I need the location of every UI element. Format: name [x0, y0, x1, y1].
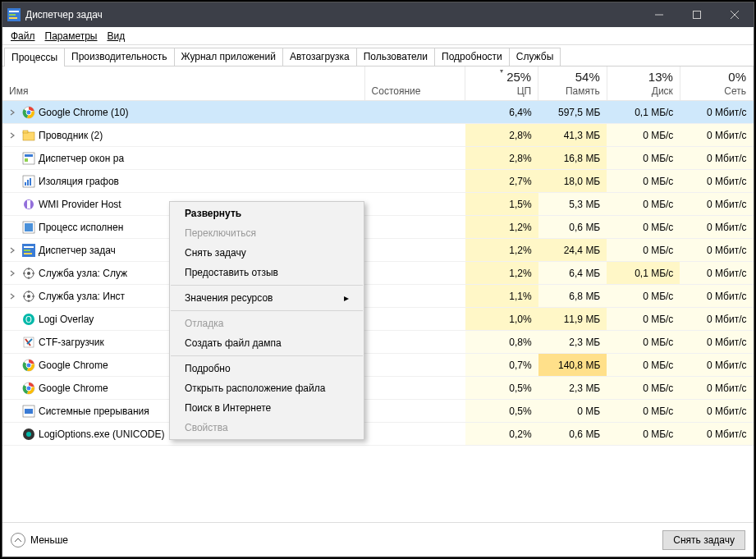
maximize-button[interactable] — [678, 2, 716, 27]
minimize-button[interactable] — [640, 2, 678, 27]
col-header-disk[interactable]: 13%Диск — [607, 66, 680, 101]
process-name: Logi Overlay — [39, 314, 94, 325]
tab-2[interactable]: Журнал приложений — [174, 48, 283, 66]
svg-rect-17 — [25, 182, 26, 186]
col-header-state[interactable]: Состояние — [364, 66, 465, 101]
process-memory: 2,3 МБ — [538, 331, 607, 354]
process-state — [364, 124, 465, 147]
process-row[interactable]: Диспетчер задач1,2%24,4 МБ0 МБ/с0 Мбит/с — [2, 239, 754, 262]
process-row[interactable]: Google Chrome0,5%2,3 МБ0 МБ/с0 Мбит/с — [2, 377, 754, 400]
process-name: Служба узла: Инст — [39, 291, 125, 302]
process-disk: 0,1 МБ/с — [607, 262, 680, 285]
expand-icon[interactable] — [9, 293, 19, 300]
process-cpu: 1,2% — [465, 239, 538, 262]
process-name: Диспетчер задач — [39, 245, 116, 256]
process-state — [364, 354, 465, 377]
process-name: Проводник (2) — [39, 130, 103, 141]
process-disk: 0 МБ/с — [607, 147, 680, 170]
svg-rect-19 — [30, 178, 31, 186]
process-row[interactable]: Проводник (2)2,8%41,3 МБ0 МБ/с0 Мбит/с — [2, 124, 754, 147]
expand-icon[interactable] — [9, 247, 19, 254]
tab-3[interactable]: Автозагрузка — [282, 48, 357, 66]
tab-6[interactable]: Службы — [509, 48, 561, 66]
process-grid-wrap[interactable]: Имя Состояние ▾25%ЦП 54%Память 13%Диск 0… — [2, 66, 754, 522]
process-memory: 5,3 МБ — [538, 193, 607, 216]
col-header-name[interactable]: Имя — [2, 66, 364, 101]
context-item-10[interactable]: Подробно — [170, 359, 364, 378]
process-row[interactable]: Служба узла: Инст1,1%6,8 МБ0 МБ/с0 Мбит/… — [2, 285, 754, 308]
context-item-13: Свойства — [170, 418, 364, 438]
tab-0[interactable]: Процессы — [4, 48, 65, 66]
footer: Меньше Снять задачу — [2, 522, 754, 557]
process-name: Google Chrome — [39, 383, 108, 394]
process-row[interactable]: Процесс исполнен1,2%0,6 МБ0 МБ/с0 Мбит/с — [2, 216, 754, 239]
process-row[interactable]: Изоляция графов2,7%18,0 МБ0 МБ/с0 Мбит/с — [2, 170, 754, 193]
process-cpu: 0,8% — [465, 331, 538, 354]
context-item-5[interactable]: Значения ресурсов▸ — [170, 288, 364, 308]
process-state — [364, 331, 465, 354]
process-row[interactable]: Google Chrome0,7%140,8 МБ0 МБ/с0 Мбит/с — [2, 354, 754, 377]
menu-file[interactable]: Файл — [6, 29, 40, 44]
menu-view[interactable]: Вид — [102, 29, 130, 44]
process-state — [364, 308, 465, 331]
context-item-0[interactable]: Развернуть — [170, 204, 364, 223]
context-item-2[interactable]: Снять задачу — [170, 243, 364, 263]
context-separator — [171, 285, 363, 286]
process-state — [364, 400, 465, 423]
process-name: LogiOptions.exe (UNICODE) — [39, 428, 164, 440]
expand-icon[interactable] — [9, 132, 19, 139]
tab-5[interactable]: Подробности — [434, 48, 510, 66]
expand-icon[interactable] — [9, 109, 19, 116]
col-header-cpu[interactable]: ▾25%ЦП — [465, 66, 538, 101]
menubar: Файл Параметры Вид — [2, 27, 754, 45]
titlebar[interactable]: Диспетчер задач — [2, 2, 754, 27]
process-row[interactable]: Диспетчер окон ра2,8%16,8 МБ0 МБ/с0 Мбит… — [2, 147, 754, 170]
menu-options[interactable]: Параметры — [40, 29, 103, 44]
task-manager-window: Диспетчер задач Файл Параметры Вид Проце… — [2, 2, 754, 557]
process-name: Диспетчер окон ра — [39, 153, 124, 164]
svg-rect-15 — [25, 158, 28, 162]
process-disk: 0 МБ/с — [607, 216, 680, 239]
context-item-3[interactable]: Предоставить отзыв — [170, 263, 364, 282]
process-state — [364, 216, 465, 239]
context-item-12[interactable]: Поиск в Интернете — [170, 398, 364, 418]
process-memory: 16,8 МБ — [538, 147, 607, 170]
process-name: WMI Provider Host — [39, 199, 121, 210]
end-task-button[interactable]: Снять задачу — [662, 530, 745, 550]
process-cpu: 1,2% — [465, 216, 538, 239]
process-disk: 0 МБ/с — [607, 285, 680, 308]
context-item-11[interactable]: Открыть расположение файла — [170, 378, 364, 398]
svg-rect-23 — [25, 223, 33, 231]
process-network: 0 Мбит/с — [680, 354, 753, 377]
svg-rect-1 — [9, 11, 19, 12]
window-title: Диспетчер задач — [25, 9, 640, 21]
process-row[interactable]: WMI Provider Host1,5%5,3 МБ0 МБ/с0 Мбит/… — [2, 193, 754, 216]
process-memory: 2,3 МБ — [538, 377, 607, 400]
fewer-details-button[interactable]: Меньше — [11, 533, 68, 548]
process-state — [364, 239, 465, 262]
process-row[interactable]: CTF-загрузчик0,8%2,3 МБ0 МБ/с0 Мбит/с — [2, 331, 754, 354]
process-network: 0 Мбит/с — [680, 124, 753, 147]
process-row[interactable]: Системные прерывания0,5%0 МБ0 МБ/с0 Мбит… — [2, 400, 754, 423]
process-cpu: 2,8% — [465, 147, 538, 170]
process-row[interactable]: LogiOptions.exe (UNICODE)0,2%0,6 МБ0 МБ/… — [2, 423, 754, 446]
close-button[interactable] — [716, 2, 754, 27]
svg-rect-12 — [23, 131, 28, 133]
process-disk: 0 МБ/с — [607, 308, 680, 331]
svg-text:O: O — [25, 315, 32, 324]
app-icon — [22, 106, 35, 119]
process-row[interactable]: Служба узла: Служ1,2%6,4 МБ0,1 МБ/с0 Мби… — [2, 262, 754, 285]
tab-4[interactable]: Пользователи — [356, 48, 435, 66]
process-row[interactable]: Google Chrome (10)6,4%597,5 МБ0,1 МБ/с0 … — [2, 101, 754, 124]
expand-icon[interactable] — [9, 270, 19, 277]
col-header-memory[interactable]: 54%Память — [538, 66, 607, 101]
tab-1[interactable]: Производительность — [64, 48, 174, 66]
col-header-network[interactable]: 0%Сеть — [680, 66, 753, 101]
app-icon — [22, 336, 35, 349]
process-cpu: 0,2% — [465, 423, 538, 446]
process-state — [364, 101, 465, 124]
process-row[interactable]: OLogi Overlay1,0%11,9 МБ0 МБ/с0 Мбит/с — [2, 308, 754, 331]
svg-rect-26 — [24, 250, 30, 251]
context-item-8[interactable]: Создать файл дампа — [170, 333, 364, 353]
svg-rect-5 — [694, 11, 701, 19]
